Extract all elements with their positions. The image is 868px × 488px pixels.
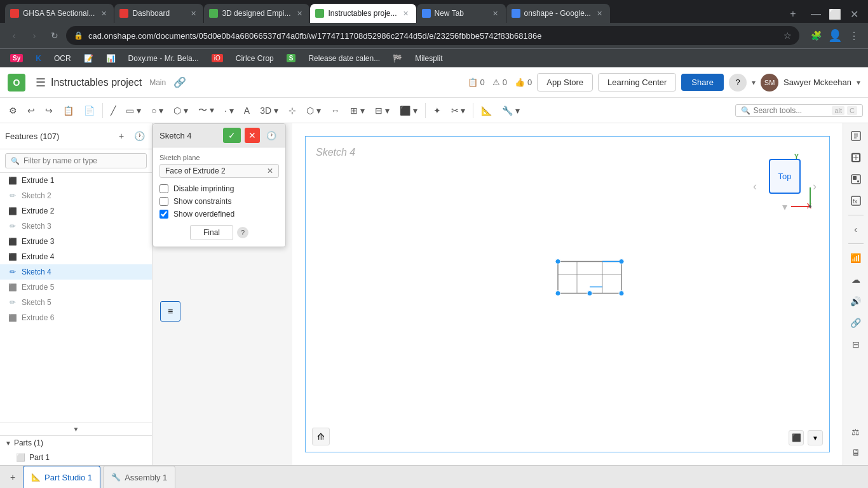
browser-tab-tab4[interactable]: Instructables proje...✕ xyxy=(310,4,416,23)
url-bar[interactable]: 🔒 cad.onshape.com/documents/05d0e0b4a680… xyxy=(66,26,799,45)
bookmark-io[interactable]: iO xyxy=(207,53,228,64)
bookmark-icon1[interactable]: 📝 xyxy=(79,53,98,64)
right-tool-bottom-1[interactable]: ⚖ xyxy=(846,422,866,442)
tool-pattern[interactable]: ⊞ ▾ xyxy=(346,100,369,121)
toolbar-copy[interactable]: 📋 xyxy=(59,100,78,121)
extensions-button[interactable]: 🧩 xyxy=(807,27,825,44)
tool-transform[interactable]: ⊹ xyxy=(285,100,300,121)
tool-mirror[interactable]: ⬡ ▾ xyxy=(302,100,325,121)
toolbar-undo[interactable]: ↩ xyxy=(24,100,39,121)
final-button[interactable]: Final xyxy=(190,225,233,240)
tool-select[interactable]: ✦ xyxy=(430,100,445,121)
bookmark-icon[interactable]: ☆ xyxy=(783,30,792,41)
view-left-arrow[interactable]: ‹ xyxy=(753,180,757,193)
tool-grid[interactable]: ⊟ ▾ xyxy=(371,100,393,121)
right-tool-collapse[interactable]: ‹ xyxy=(846,219,866,240)
profile-button[interactable]: 👤 xyxy=(826,27,844,44)
feature-item-part1[interactable]: ⬜ Part 1 xyxy=(0,450,152,465)
tab-close-tab3[interactable]: ✕ xyxy=(294,8,304,18)
hamburger-menu[interactable]: ☰ xyxy=(36,76,46,90)
browser-tab-tab6[interactable]: onshape - Google...✕ xyxy=(506,4,610,23)
app-store-button[interactable]: App Store xyxy=(537,73,593,92)
tab-close-tab4[interactable]: ✕ xyxy=(401,8,411,18)
search-tools-bar[interactable]: 🔍 alt C xyxy=(735,104,863,117)
right-tool-link[interactable]: 🔗 xyxy=(846,313,866,333)
bookmark-milesplit[interactable]: Milesplit xyxy=(410,53,447,64)
right-tool-bottom-2[interactable]: 🖥 xyxy=(846,442,866,463)
sketch-history-button[interactable]: 🕐 xyxy=(264,128,279,143)
help-dropdown-icon[interactable]: ▾ xyxy=(752,78,756,87)
feature-item-sketch3[interactable]: ✏ Sketch 3 xyxy=(0,219,152,234)
learning-center-button[interactable]: Learning Center xyxy=(598,73,676,92)
tool-text[interactable]: A xyxy=(240,100,254,121)
final-help-button[interactable]: ? xyxy=(237,227,248,238)
close-button[interactable]: ✕ xyxy=(845,5,863,23)
bottom-add-button[interactable]: + xyxy=(5,470,20,485)
help-button[interactable]: ? xyxy=(729,74,747,92)
right-tool-cloud[interactable]: ☁ xyxy=(846,269,866,290)
feature-item-extrude3[interactable]: Extrude 3 xyxy=(0,234,152,249)
search-tools-input[interactable] xyxy=(753,106,829,115)
tool-wrench[interactable]: 🔧 ▾ xyxy=(498,100,524,121)
filter-input[interactable] xyxy=(24,156,141,165)
browser-tab-tab2[interactable]: Dashboard✕ xyxy=(114,4,203,23)
tool-measure[interactable]: 📐 xyxy=(477,100,496,121)
tab-assembly[interactable]: 🔧 Assembly 1 xyxy=(103,466,175,488)
settings-button[interactable]: ⋮ xyxy=(845,27,863,44)
sidebar-scroll-down[interactable]: ▼ xyxy=(0,423,152,435)
feature-item-extrude1[interactable]: Extrude 1 xyxy=(0,173,152,188)
tab-close-tab2[interactable]: ✕ xyxy=(188,8,198,18)
add-feature-button[interactable]: + xyxy=(114,128,129,144)
sketch-plane-clear[interactable]: ✕ xyxy=(267,166,273,175)
right-tool-4[interactable]: fx xyxy=(846,191,866,211)
tool-line[interactable]: ╱ xyxy=(107,100,119,121)
bookmark-icon2[interactable]: 📊 xyxy=(101,53,121,64)
bookmark-release-date[interactable]: Release date calen... xyxy=(303,53,385,64)
tab-close-tab6[interactable]: ✕ xyxy=(595,8,605,18)
parts-toggle[interactable]: ▼ Parts (1) xyxy=(0,436,152,450)
right-tool-1[interactable] xyxy=(846,126,866,146)
forward-button[interactable]: › xyxy=(25,27,43,44)
feature-item-extrude5[interactable]: Extrude 5 xyxy=(0,280,152,295)
feature-item-extrude6[interactable]: Extrude 6 xyxy=(0,310,152,325)
right-tool-wifi[interactable]: 📶 xyxy=(846,248,866,268)
bookmark-cirlce-crop[interactable]: Cirlce Crop xyxy=(231,53,279,64)
pan-button[interactable]: ⟰ xyxy=(312,428,330,445)
bookmark-k[interactable]: K xyxy=(31,53,46,64)
toolbar-paste[interactable]: 📄 xyxy=(80,100,98,121)
new-tab-button[interactable]: + xyxy=(784,5,802,23)
back-button[interactable]: ‹ xyxy=(5,27,23,44)
share-button[interactable]: Share xyxy=(681,74,724,91)
show-overdefined-checkbox[interactable] xyxy=(159,210,168,219)
canvas-area[interactable]: Sketch 4 ‹ › ▾ Top xyxy=(292,123,843,465)
onshape-logo[interactable]: O xyxy=(8,74,25,92)
tool-import[interactable]: ⬛ ▾ xyxy=(396,100,421,121)
feature-item-extrude2[interactable]: Extrude 2 xyxy=(0,203,152,219)
history-button[interactable]: 🕐 xyxy=(132,128,147,144)
view-dropdown-button[interactable]: ▼ xyxy=(808,430,823,445)
browser-tab-tab5[interactable]: New Tab✕ xyxy=(417,4,506,23)
bookmark-flag[interactable]: 🏁 xyxy=(388,53,407,64)
toolbar-redo[interactable]: ↪ xyxy=(41,100,57,121)
tool-polygon[interactable]: ⬡ ▾ xyxy=(170,100,192,121)
reload-button[interactable]: ↻ xyxy=(46,27,64,44)
disable-imprinting-checkbox[interactable] xyxy=(159,184,168,193)
right-tool-3[interactable] xyxy=(846,169,866,189)
view-toggle-button[interactable]: ⬛ xyxy=(789,430,804,445)
right-tool-grid[interactable]: ⊟ xyxy=(846,334,866,355)
feature-item-extrude4[interactable]: Extrude 4 xyxy=(0,249,152,264)
filter-input-wrapper[interactable]: 🔍 xyxy=(5,153,147,168)
right-tool-2[interactable] xyxy=(846,147,866,168)
tool-dimension[interactable]: ↔ xyxy=(327,100,344,121)
sketch-confirm-button[interactable]: ✓ xyxy=(223,128,241,143)
feature-item-sketch5[interactable]: ✏ Sketch 5 xyxy=(0,295,152,310)
user-avatar[interactable]: SM xyxy=(761,74,778,92)
show-constraints-checkbox[interactable] xyxy=(159,197,168,206)
feature-item-sketch4[interactable]: ✏ Sketch 4 xyxy=(0,264,152,280)
bookmark-s[interactable]: S xyxy=(281,53,301,64)
feature-list-icon[interactable]: ≡ xyxy=(160,301,180,322)
maximize-button[interactable]: ⬜ xyxy=(826,5,844,23)
bookmark-ocr[interactable]: OCR xyxy=(49,53,76,64)
bookmark-sy[interactable]: Sy xyxy=(5,53,28,64)
tab-close-tab1[interactable]: ✕ xyxy=(98,8,109,18)
